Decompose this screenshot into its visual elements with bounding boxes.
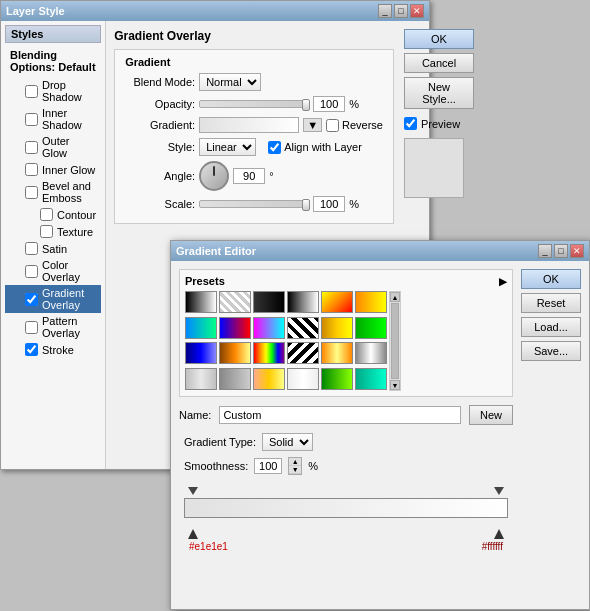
ge-ok-button[interactable]: OK	[521, 269, 581, 289]
preset-swatch-2[interactable]	[219, 291, 251, 313]
preset-swatch-16[interactable]	[287, 342, 319, 364]
color-overlay-checkbox[interactable]	[25, 265, 38, 278]
inner-glow-checkbox[interactable]	[25, 163, 38, 176]
ge-minimize-button[interactable]: _	[538, 244, 552, 258]
sidebar-item-outer-glow[interactable]: Outer Glow	[5, 133, 101, 161]
sidebar-item-satin[interactable]: Satin	[5, 240, 101, 257]
new-button[interactable]: New	[469, 405, 513, 425]
preset-swatch-15[interactable]	[253, 342, 285, 364]
reverse-checkbox[interactable]	[326, 119, 339, 132]
sidebar-item-pattern-overlay[interactable]: Pattern Overlay	[5, 313, 101, 341]
new-style-button[interactable]: New Style...	[404, 77, 474, 109]
scroll-up-arrow[interactable]: ▲	[390, 292, 400, 302]
scale-input[interactable]	[313, 196, 345, 212]
contour-checkbox[interactable]	[40, 208, 53, 221]
preset-swatch-13[interactable]	[185, 342, 217, 364]
inner-glow-label: Inner Glow	[42, 164, 95, 176]
drop-shadow-checkbox[interactable]	[25, 85, 38, 98]
ge-maximize-button[interactable]: □	[554, 244, 568, 258]
outer-glow-checkbox[interactable]	[25, 141, 38, 154]
ge-close-button[interactable]: ✕	[570, 244, 584, 258]
style-select[interactable]: Linear	[199, 138, 256, 156]
scroll-thumb[interactable]	[391, 303, 399, 379]
gradient-overlay-checkbox[interactable]	[25, 293, 38, 306]
sidebar-item-stroke[interactable]: Stroke	[5, 341, 101, 358]
scale-slider-thumb[interactable]	[302, 199, 310, 211]
minimize-button[interactable]: _	[378, 4, 392, 18]
sidebar-item-inner-glow[interactable]: Inner Glow	[5, 161, 101, 178]
preset-swatch-5[interactable]	[321, 291, 353, 313]
preset-swatch-18[interactable]	[355, 342, 387, 364]
name-input[interactable]	[219, 406, 461, 424]
satin-checkbox[interactable]	[25, 242, 38, 255]
preset-swatch-23[interactable]	[321, 368, 353, 390]
align-layer-checkbox[interactable]	[268, 141, 281, 154]
color-stop-right[interactable]	[494, 529, 504, 539]
opacity-stop-left[interactable]	[188, 487, 198, 495]
opacity-input[interactable]	[313, 96, 345, 112]
sidebar-item-contour[interactable]: Contour	[5, 206, 101, 223]
preset-swatch-9[interactable]	[253, 317, 285, 339]
smoothness-input[interactable]	[254, 458, 282, 474]
preview-checkbox[interactable]	[404, 117, 417, 130]
gradient-bar[interactable]	[184, 498, 508, 518]
presets-options-icon[interactable]: ▶	[499, 276, 507, 287]
scroll-down-arrow[interactable]: ▼	[390, 380, 400, 390]
sidebar-item-drop-shadow[interactable]: Drop Shadow	[5, 77, 101, 105]
titlebar-buttons: _ □ ✕	[378, 4, 424, 18]
styles-header[interactable]: Styles	[5, 25, 101, 43]
maximize-button[interactable]: □	[394, 4, 408, 18]
ge-save-button[interactable]: Save...	[521, 341, 581, 361]
scale-slider-track[interactable]	[199, 200, 309, 208]
sidebar-item-bevel-emboss[interactable]: Bevel and Emboss	[5, 178, 101, 206]
sidebar-item-color-overlay[interactable]: Color Overlay	[5, 257, 101, 285]
ge-load-button[interactable]: Load...	[521, 317, 581, 337]
cancel-button[interactable]: Cancel	[404, 53, 474, 73]
blend-mode-select[interactable]: Normal	[199, 73, 261, 91]
smoothness-stepper[interactable]: ▲ ▼	[288, 457, 302, 475]
gradient-dropdown-btn[interactable]: ▼	[303, 118, 322, 132]
stepper-up[interactable]: ▲	[289, 458, 301, 466]
color-stop-left[interactable]	[188, 529, 198, 539]
preset-swatch-22[interactable]	[287, 368, 319, 390]
preset-swatch-20[interactable]	[219, 368, 251, 390]
preset-swatch-10[interactable]	[287, 317, 319, 339]
close-button[interactable]: ✕	[410, 4, 424, 18]
preset-swatch-12[interactable]	[355, 317, 387, 339]
sidebar-item-texture[interactable]: Texture	[5, 223, 101, 240]
satin-label: Satin	[42, 243, 67, 255]
presets-scrollbar[interactable]: ▲ ▼	[389, 291, 401, 391]
angle-input[interactable]	[233, 168, 265, 184]
angle-knob[interactable]	[199, 161, 229, 191]
pattern-overlay-checkbox[interactable]	[25, 321, 38, 334]
ok-button[interactable]: OK	[404, 29, 474, 49]
texture-checkbox[interactable]	[40, 225, 53, 238]
preset-swatch-7[interactable]	[185, 317, 217, 339]
preset-swatch-11[interactable]	[321, 317, 353, 339]
gradient-type-select[interactable]: Solid	[262, 433, 313, 451]
blend-options-label[interactable]: Blending Options: Default	[5, 47, 101, 75]
stepper-down[interactable]: ▼	[289, 466, 301, 474]
sidebar-item-inner-shadow[interactable]: Inner Shadow	[5, 105, 101, 133]
left-panel: Styles Blending Options: Default Drop Sh…	[1, 21, 106, 469]
preset-swatch-24[interactable]	[355, 368, 387, 390]
opacity-slider-track[interactable]	[199, 100, 309, 108]
preset-swatch-8[interactable]	[219, 317, 251, 339]
stroke-checkbox[interactable]	[25, 343, 38, 356]
preset-swatch-4[interactable]	[287, 291, 319, 313]
ge-reset-button[interactable]: Reset	[521, 293, 581, 313]
name-label: Name:	[179, 409, 211, 421]
preset-swatch-6[interactable]	[355, 291, 387, 313]
bevel-emboss-checkbox[interactable]	[25, 186, 38, 199]
preset-swatch-17[interactable]	[321, 342, 353, 364]
sidebar-item-gradient-overlay[interactable]: Gradient Overlay	[5, 285, 101, 313]
opacity-slider-thumb[interactable]	[302, 99, 310, 111]
preset-swatch-21[interactable]	[253, 368, 285, 390]
preset-swatch-14[interactable]	[219, 342, 251, 364]
inner-shadow-checkbox[interactable]	[25, 113, 38, 126]
preset-swatch-3[interactable]	[253, 291, 285, 313]
preset-swatch-1[interactable]	[185, 291, 217, 313]
preset-swatch-19[interactable]	[185, 368, 217, 390]
opacity-stop-right[interactable]	[494, 487, 504, 495]
gradient-preview-swatch[interactable]	[199, 117, 299, 133]
